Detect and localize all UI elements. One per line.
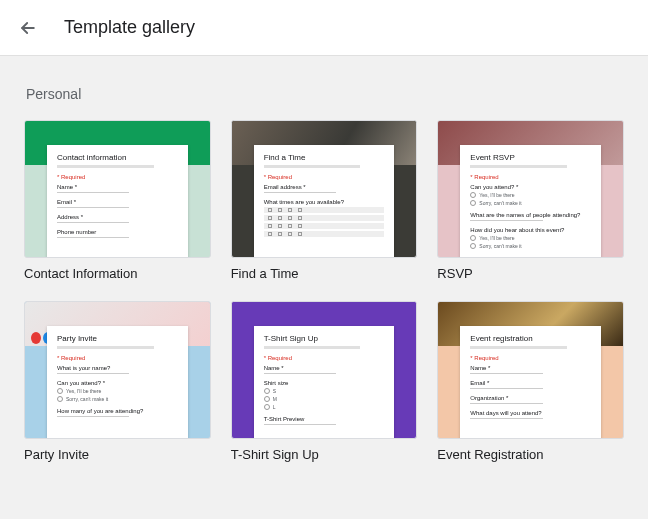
template-card[interactable]: T-Shirt Sign Up* RequiredName *Shirt siz… <box>231 301 418 462</box>
field-label: Email * <box>470 380 591 386</box>
field-label: Name * <box>264 365 385 371</box>
field-label: How many of you are attending? <box>57 408 178 414</box>
thumbnail-form-preview: T-Shirt Sign Up* RequiredName *Shirt siz… <box>254 326 395 439</box>
thumbnail-form-preview: Party Invite* RequiredWhat is your name?… <box>47 326 188 439</box>
form-description-placeholder <box>470 165 567 168</box>
form-title: Find a Time <box>264 153 385 162</box>
radio-option: Sorry, can't make it <box>470 243 591 249</box>
template-label: Party Invite <box>24 447 211 462</box>
template-card[interactable]: Find a Time* RequiredEmail address *What… <box>231 120 418 281</box>
form-field: How many of you are attending? <box>57 408 178 417</box>
form-title: Contact information <box>57 153 178 162</box>
form-field: Organization * <box>470 395 591 404</box>
form-description-placeholder <box>264 165 361 168</box>
radio-option: S <box>264 388 385 394</box>
field-underline <box>57 416 129 417</box>
field-label: Name * <box>57 184 178 190</box>
checkbox-row <box>264 207 385 213</box>
template-label: Event Registration <box>437 447 624 462</box>
field-underline <box>470 388 542 389</box>
required-label: * Required <box>470 355 591 361</box>
template-thumbnail: Contact information* RequiredName *Email… <box>24 120 211 258</box>
field-underline <box>470 220 542 221</box>
template-card[interactable]: Event registration* RequiredName *Email … <box>437 301 624 462</box>
field-underline <box>264 373 336 374</box>
form-field: Name * <box>264 365 385 374</box>
field-underline <box>57 237 129 238</box>
radio-option: Sorry, can't make it <box>470 200 591 206</box>
template-grid: Contact information* RequiredName *Email… <box>24 120 624 462</box>
field-label: What days will you attend? <box>470 410 591 416</box>
template-label: Find a Time <box>231 266 418 281</box>
field-label: Can you attend? * <box>57 380 178 386</box>
field-underline <box>470 418 542 419</box>
field-label: How did you hear about this event? <box>470 227 591 233</box>
template-thumbnail: T-Shirt Sign Up* RequiredName *Shirt siz… <box>231 301 418 439</box>
field-label: Organization * <box>470 395 591 401</box>
form-field: Email * <box>470 380 591 389</box>
field-underline <box>57 222 129 223</box>
field-underline <box>57 192 129 193</box>
field-label: What is your name? <box>57 365 178 371</box>
field-underline <box>57 207 129 208</box>
checkbox-row <box>264 231 385 237</box>
form-field: Phone number <box>57 229 178 238</box>
form-field: Shirt sizeSML <box>264 380 385 410</box>
form-field: Address * <box>57 214 178 223</box>
field-underline <box>264 192 336 193</box>
field-label: What are the names of people attending? <box>470 212 591 218</box>
template-card[interactable]: Party Invite* RequiredWhat is your name?… <box>24 301 211 462</box>
form-description-placeholder <box>57 346 154 349</box>
form-field: Email * <box>57 199 178 208</box>
field-label: Shirt size <box>264 380 385 386</box>
field-underline <box>57 373 129 374</box>
field-label: What times are you available? <box>264 199 385 205</box>
form-title: T-Shirt Sign Up <box>264 334 385 343</box>
back-button[interactable] <box>16 16 40 40</box>
form-description-placeholder <box>470 346 567 349</box>
template-thumbnail: Party Invite* RequiredWhat is your name?… <box>24 301 211 439</box>
form-field: Can you attend? * Yes, I'll be thereSorr… <box>57 380 178 402</box>
field-label: Email address * <box>264 184 385 190</box>
section-label-personal: Personal <box>26 86 622 102</box>
field-label: Name * <box>470 365 591 371</box>
template-thumbnail: Find a Time* RequiredEmail address *What… <box>231 120 418 258</box>
field-label: Email * <box>57 199 178 205</box>
form-field: Email address * <box>264 184 385 193</box>
form-title: Event registration <box>470 334 591 343</box>
form-field: T-Shirt Preview <box>264 416 385 425</box>
field-label: T-Shirt Preview <box>264 416 385 422</box>
form-description-placeholder <box>57 165 154 168</box>
thumbnail-form-preview: Find a Time* RequiredEmail address *What… <box>254 145 395 258</box>
required-label: * Required <box>57 174 178 180</box>
form-title: Event RSVP <box>470 153 591 162</box>
checkbox-row <box>264 223 385 229</box>
template-label: T-Shirt Sign Up <box>231 447 418 462</box>
radio-option: Yes, I'll be there <box>470 192 591 198</box>
arrow-left-icon <box>18 18 38 38</box>
form-field: How did you hear about this event? Yes, … <box>470 227 591 249</box>
content-area: Personal Contact information* RequiredNa… <box>0 56 648 519</box>
page-title: Template gallery <box>64 17 195 38</box>
form-field: Name * <box>57 184 178 193</box>
radio-option: Yes, I'll be there <box>57 388 178 394</box>
field-label: Can you attend? * <box>470 184 591 190</box>
template-thumbnail: Event registration* RequiredName *Email … <box>437 301 624 439</box>
required-label: * Required <box>470 174 591 180</box>
template-thumbnail: Event RSVP* RequiredCan you attend? *Yes… <box>437 120 624 258</box>
form-field: What times are you available? <box>264 199 385 237</box>
thumbnail-form-preview: Contact information* RequiredName *Email… <box>47 145 188 258</box>
field-label: Address * <box>57 214 178 220</box>
required-label: * Required <box>57 355 178 361</box>
form-title: Party Invite <box>57 334 178 343</box>
header-bar: Template gallery <box>0 0 648 56</box>
form-field: What is your name? <box>57 365 178 374</box>
template-card[interactable]: Contact information* RequiredName *Email… <box>24 120 211 281</box>
template-card[interactable]: Event RSVP* RequiredCan you attend? *Yes… <box>437 120 624 281</box>
thumbnail-form-preview: Event registration* RequiredName *Email … <box>460 326 601 439</box>
form-description-placeholder <box>264 346 361 349</box>
field-underline <box>470 373 542 374</box>
checkbox-row <box>264 215 385 221</box>
template-label: Contact Information <box>24 266 211 281</box>
form-field: Name * <box>470 365 591 374</box>
